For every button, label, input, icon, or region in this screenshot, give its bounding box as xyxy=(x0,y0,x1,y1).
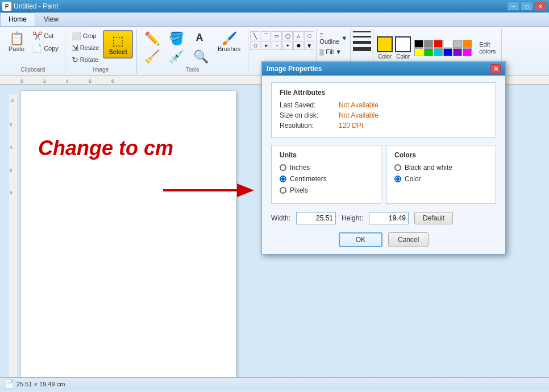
resolution-value: 120 DPI xyxy=(339,122,363,130)
color-swatch[interactable] xyxy=(434,48,443,56)
color-swatch[interactable] xyxy=(463,48,472,56)
units-inches-option[interactable]: Inches xyxy=(280,164,373,172)
picker-button[interactable]: 💉 xyxy=(165,48,188,65)
shape-btn[interactable]: ⬡ xyxy=(304,31,314,40)
colors-color-label: Color xyxy=(405,175,421,183)
color-swatch[interactable] xyxy=(414,40,423,48)
units-centimeters-label: Centimeters xyxy=(290,175,327,183)
pencil-button[interactable]: ✏️ xyxy=(140,30,164,47)
units-pixels-option[interactable]: Pixels xyxy=(280,186,373,194)
dialog-title-bar: Image Properties ✕ xyxy=(262,62,505,76)
cut-button[interactable]: ✂️ Cut xyxy=(30,30,61,41)
active-color-swatch[interactable] xyxy=(377,36,393,52)
select-icon: ⬚ xyxy=(112,34,124,48)
resize-button[interactable]: ⇲ Resize xyxy=(69,42,102,53)
width-label: Width: xyxy=(271,214,290,222)
shapes-content: ╲ ⌒ ▭ ◯ △ ⬡ ⬠ ➤ ⋆ ✦ ⬟ ▼ xyxy=(249,30,315,65)
cancel-button[interactable]: Cancel xyxy=(388,232,429,247)
tab-view[interactable]: View xyxy=(35,12,67,26)
size-1[interactable] xyxy=(353,31,371,32)
dialog-title: Image Properties xyxy=(267,65,322,73)
crop-button[interactable]: ⬜ Crop xyxy=(69,30,102,41)
select-button[interactable]: ⬚ Select xyxy=(103,30,132,59)
clipboard-group-label: Clipboard xyxy=(5,66,61,73)
colors-color-radio[interactable] xyxy=(394,176,401,182)
copy-icon: 📄 xyxy=(32,44,42,53)
shape-btn[interactable]: ⬠ xyxy=(250,41,260,50)
text-button[interactable]: A xyxy=(189,30,210,47)
width-height-row: Width: Height: Default xyxy=(271,212,496,224)
units-title: Units xyxy=(280,151,373,159)
colors-bw-option[interactable]: Black and white xyxy=(394,164,488,172)
image-properties-dialog[interactable]: Image Properties ✕ File Attributes Last … xyxy=(261,61,506,255)
units-colors-row: Units Inches Centimeters Pixels xyxy=(271,145,496,204)
default-button[interactable]: Default xyxy=(414,212,453,224)
color-swatch[interactable] xyxy=(453,48,462,56)
color-swatch[interactable] xyxy=(414,48,423,56)
size-2[interactable] xyxy=(353,36,371,37)
units-inches-radio[interactable] xyxy=(280,164,286,171)
colors-bw-radio[interactable] xyxy=(394,164,401,171)
fill-button[interactable]: 🪣 xyxy=(165,30,188,47)
shape-btn[interactable]: ╲ xyxy=(250,31,260,40)
crop-icon: ⬜ xyxy=(72,31,81,40)
color-swatch[interactable] xyxy=(443,40,452,48)
color-swatch[interactable] xyxy=(434,40,443,48)
units-pixels-radio[interactable] xyxy=(280,187,286,194)
shape-btn[interactable]: ✦ xyxy=(282,41,293,50)
minimize-button[interactable]: ─ xyxy=(507,2,519,11)
color-swatch[interactable] xyxy=(453,40,462,48)
title-bar-buttons: ─ □ ✕ xyxy=(507,2,547,11)
units-centimeters-radio[interactable] xyxy=(280,176,286,182)
ribbon-group-image: ⬜ Crop ⇲ Resize ↻ Rotate ⬚ Select xyxy=(65,29,137,74)
shape-btn[interactable]: ◯ xyxy=(282,31,293,40)
height-input[interactable] xyxy=(369,212,409,224)
units-centimeters-option[interactable]: Centimeters xyxy=(280,175,373,183)
clipboard-content: 📋 Paste ✂️ Cut 📄 Copy xyxy=(5,30,61,65)
shape-btn[interactable]: ➤ xyxy=(261,41,271,50)
magnify-button[interactable]: 🔍 xyxy=(189,48,213,65)
window-close-button[interactable]: ✕ xyxy=(534,2,547,11)
text-icon: A xyxy=(196,32,203,43)
color-swatch[interactable] xyxy=(463,40,472,48)
rotate-button[interactable]: ↻ Rotate xyxy=(69,54,102,65)
color2-label: Color xyxy=(396,53,410,60)
size-3[interactable] xyxy=(353,41,371,44)
shape-btn[interactable]: ⋆ xyxy=(272,41,282,50)
size-on-disk-row: Size on disk: Not Available xyxy=(280,111,488,119)
color-swatch[interactable] xyxy=(424,40,433,48)
color-swatch[interactable] xyxy=(443,48,452,56)
annotation-text: Change to cm xyxy=(38,136,173,160)
color1-label: Color xyxy=(378,53,392,60)
width-input[interactable] xyxy=(296,212,336,224)
brushes-button[interactable]: 🖌️ Brushes xyxy=(214,30,244,55)
eraser-button[interactable]: 🧹 xyxy=(140,48,164,65)
shape-btn[interactable]: △ xyxy=(293,31,303,40)
arrow-indicator xyxy=(163,179,254,203)
dialog-close-button[interactable]: ✕ xyxy=(490,64,501,73)
colors-color-option[interactable]: Color xyxy=(394,175,488,183)
size-4[interactable] xyxy=(353,47,371,51)
outline-button[interactable]: ≡ Outline ▼ xyxy=(317,30,350,46)
color-swatch[interactable] xyxy=(424,48,433,56)
ok-button[interactable]: OK xyxy=(339,232,382,247)
copy-button[interactable]: 📄 Copy xyxy=(30,43,61,54)
tab-home[interactable]: Home xyxy=(0,12,35,26)
shape-btn[interactable]: ⬟ xyxy=(293,41,303,50)
color2-swatch[interactable] xyxy=(395,36,411,52)
shape-btn[interactable]: ▭ xyxy=(272,31,282,40)
maximize-button[interactable]: □ xyxy=(521,2,533,11)
eraser-icon: 🧹 xyxy=(144,51,160,63)
last-saved-row: Last Saved: Not Available xyxy=(280,101,488,109)
file-attributes-section: File Attributes Last Saved: Not Availabl… xyxy=(271,82,496,138)
paste-button[interactable]: 📋 Paste xyxy=(5,30,28,55)
fill-style-button[interactable]: ▒ Fill ▼ xyxy=(317,47,344,56)
edit-colors-button[interactable]: Editcolors xyxy=(477,39,497,56)
shape-btn[interactable]: ▼ xyxy=(304,41,314,50)
ruler-vertical: 0 2 4 6 8 xyxy=(9,94,18,377)
file-attributes-title: File Attributes xyxy=(280,89,488,97)
ribbon-tabs: Home View xyxy=(0,12,549,27)
magnify-icon: 🔍 xyxy=(193,51,209,63)
resize-icon: ⇲ xyxy=(72,43,78,52)
shape-btn[interactable]: ⌒ xyxy=(261,31,271,40)
